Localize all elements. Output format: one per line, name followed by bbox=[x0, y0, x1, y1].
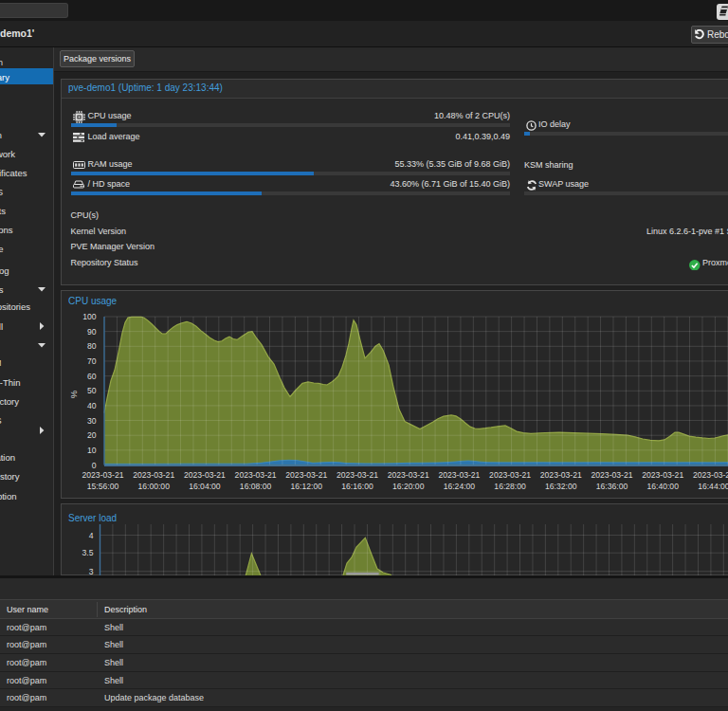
svg-text:2023-03-21: 2023-03-21 bbox=[82, 470, 124, 480]
svg-text:2023-03-21: 2023-03-21 bbox=[693, 470, 728, 480]
svg-text:50: 50 bbox=[87, 386, 97, 395]
svg-text:100: 100 bbox=[82, 312, 97, 321]
svg-text:15:56:00: 15:56:00 bbox=[87, 482, 119, 491]
svg-text:16:24:00: 16:24:00 bbox=[444, 482, 476, 491]
svg-text:40: 40 bbox=[87, 401, 97, 410]
svg-text:2023-03-21: 2023-03-21 bbox=[285, 470, 327, 480]
svg-text:16:36:00: 16:36:00 bbox=[596, 482, 628, 491]
svg-text:16:32:00: 16:32:00 bbox=[545, 482, 577, 491]
svg-text:16:00:00: 16:00:00 bbox=[137, 482, 170, 491]
svg-text:16:12:00: 16:12:00 bbox=[291, 482, 323, 491]
svg-text:2023-03-21: 2023-03-21 bbox=[438, 470, 480, 480]
svg-text:3: 3 bbox=[89, 567, 94, 575]
svg-text:20: 20 bbox=[87, 430, 97, 440]
svg-text:16:28:00: 16:28:00 bbox=[494, 482, 526, 491]
svg-text:2023-03-21: 2023-03-21 bbox=[388, 470, 429, 480]
svg-text:90: 90 bbox=[87, 327, 97, 337]
svg-text:0: 0 bbox=[92, 461, 97, 470]
svg-text:16:44:00: 16:44:00 bbox=[698, 482, 728, 491]
svg-text:10: 10 bbox=[87, 446, 97, 455]
svg-text:2023-03-21: 2023-03-21 bbox=[337, 470, 378, 480]
svg-text:2023-03-21: 2023-03-21 bbox=[235, 470, 277, 480]
svg-text:2023-03-21: 2023-03-21 bbox=[540, 470, 582, 480]
svg-text:30: 30 bbox=[87, 416, 97, 426]
svg-text:2023-03-21: 2023-03-21 bbox=[642, 470, 683, 480]
svg-text:16:20:00: 16:20:00 bbox=[392, 482, 425, 491]
svg-text:2023-03-21: 2023-03-21 bbox=[133, 470, 174, 480]
svg-text:2023-03-21: 2023-03-21 bbox=[489, 470, 531, 480]
svg-text:70: 70 bbox=[87, 356, 97, 366]
svg-text:16:40:00: 16:40:00 bbox=[646, 482, 679, 491]
svg-text:2023-03-21: 2023-03-21 bbox=[592, 470, 633, 480]
svg-text:4: 4 bbox=[89, 531, 94, 540]
svg-text:80: 80 bbox=[87, 341, 97, 351]
svg-text:16:04:00: 16:04:00 bbox=[189, 482, 221, 491]
svg-text:3.5: 3.5 bbox=[82, 548, 94, 557]
svg-text:16:08:00: 16:08:00 bbox=[240, 482, 272, 491]
svg-text:2023-03-21: 2023-03-21 bbox=[184, 470, 226, 480]
svg-text:%: % bbox=[68, 390, 79, 398]
svg-text:60: 60 bbox=[87, 372, 97, 381]
svg-text:16:16:00: 16:16:00 bbox=[341, 482, 373, 491]
